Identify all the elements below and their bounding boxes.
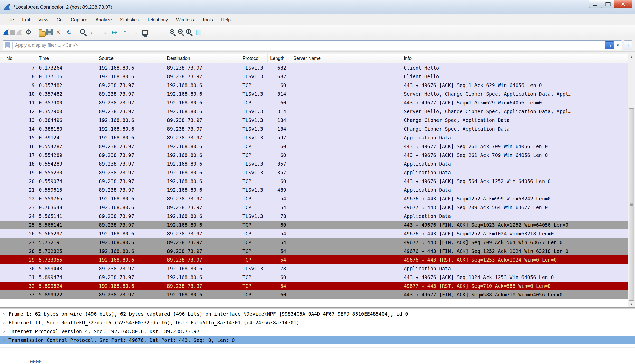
bookmark-icon[interactable] <box>5 42 10 49</box>
packet-row[interactable]: 16 0.554287 89.238.73.97 192.168.80.6 TC… <box>0 142 628 151</box>
add-filter-button[interactable]: + <box>624 40 632 50</box>
packet-row[interactable]: 20 0.559074 89.238.73.97 192.168.80.6 TC… <box>0 177 628 186</box>
detail-row[interactable]: ▷ Ethernet II, Src: RealtekU_32:da:f6 (5… <box>0 318 635 327</box>
menu-wireless[interactable]: Wireless <box>172 14 198 25</box>
menu-telephony[interactable]: Telephony <box>143 14 172 25</box>
toolbar-button[interactable] <box>3 29 10 36</box>
title-bar[interactable]: *Local Area Connection 2 (host 89.238.73… <box>0 0 635 14</box>
scroll-up-button[interactable]: ▲ <box>628 54 635 60</box>
toolbar-button[interactable] <box>164 27 168 37</box>
column-header-no[interactable]: No. <box>0 54 36 63</box>
menu-go[interactable]: Go <box>52 14 67 25</box>
packet-row[interactable]: 8 0.177116 192.168.80.6 89.238.73.97 TLS… <box>0 72 628 81</box>
scroll-down-button[interactable]: ▼ <box>628 301 635 307</box>
toolbar-button[interactable]: ⚙ <box>23 27 33 37</box>
toolbar-button[interactable]: ↑ <box>120 27 130 37</box>
toolbar-button[interactable]: ↓ <box>131 27 141 37</box>
toolbar-button[interactable]: ▤ <box>153 27 164 37</box>
menu-help[interactable]: Help <box>217 14 235 25</box>
packet-no: 30 <box>6 264 36 273</box>
menu-analyze[interactable]: Analyze <box>91 14 116 25</box>
packet-row[interactable]: 24 5.565141 89.238.73.97 192.168.80.6 TL… <box>0 212 628 221</box>
column-header-source[interactable]: Source <box>96 54 164 63</box>
toolbar-button[interactable]: × <box>53 27 63 37</box>
packet-row[interactable]: 33 5.899922 89.238.73.97 192.168.80.6 TC… <box>0 290 628 299</box>
detail-row[interactable]: ▷ Frame 1: 62 bytes on wire (496 bits), … <box>0 310 635 318</box>
display-filter-input[interactable] <box>15 42 605 48</box>
packet-row[interactable]: 23 0.763648 192.168.80.6 89.238.73.97 TC… <box>0 203 628 212</box>
toolbar-button[interactable] <box>34 27 38 37</box>
menu-tools[interactable]: Tools <box>198 14 217 25</box>
packet-row[interactable]: 25 5.565141 89.238.73.97 192.168.80.6 TC… <box>0 221 628 229</box>
column-header-destination[interactable]: Destination <box>164 54 240 63</box>
packet-row[interactable]: 11 0.357900 89.238.73.97 192.168.80.6 TC… <box>0 98 628 107</box>
toolbar-button[interactable] <box>75 27 79 37</box>
menu-edit[interactable]: Edit <box>18 14 34 25</box>
toolbar-button[interactable] <box>142 30 148 35</box>
packet-row[interactable]: 13 0.384496 192.168.80.6 89.238.73.97 TL… <box>0 116 628 124</box>
expander-icon[interactable]: ▷ <box>3 327 8 336</box>
column-header-time[interactable]: Time <box>36 54 96 63</box>
packet-row[interactable]: 12 0.357900 89.238.73.97 192.168.80.6 TL… <box>0 107 628 116</box>
packet-row[interactable]: 7 0.173264 192.168.80.6 89.238.73.97 TLS… <box>0 63 628 72</box>
packet-row[interactable]: 21 0.559615 89.238.73.97 192.168.80.6 TL… <box>0 186 628 194</box>
detail-row[interactable]: ▷ Transmission Control Protocol, Src Por… <box>0 336 635 344</box>
toolbar-button[interactable]: → <box>98 27 109 37</box>
close-button[interactable] <box>614 0 632 8</box>
toolbar-button[interactable]: ▦ <box>193 27 204 37</box>
toolbar-button[interactable] <box>177 28 185 36</box>
filter-dropdown-button[interactable]: ▼ <box>615 41 621 49</box>
packet-row[interactable]: 10 0.357482 89.238.73.97 192.168.80.6 TL… <box>0 90 628 98</box>
packet-row[interactable]: 28 5.732825 192.168.80.6 89.238.73.97 TC… <box>0 247 628 255</box>
packet-row[interactable]: 26 5.565297 192.168.80.6 89.238.73.97 TC… <box>0 229 628 238</box>
packet-protocol: TCP <box>240 203 268 212</box>
toolbar-button[interactable]: ↻ <box>64 27 74 37</box>
packet-length: 60 <box>268 151 291 159</box>
packet-row[interactable]: 15 0.391241 192.168.80.6 89.238.73.97 TL… <box>0 133 628 142</box>
detail-row[interactable]: ▷ Internet Protocol Version 4, Src: 192.… <box>0 327 635 336</box>
menu-statistics[interactable]: Statistics <box>116 14 143 25</box>
packet-row[interactable]: 31 5.899474 89.238.73.97 192.168.80.6 TC… <box>0 273 628 282</box>
packet-details-pane: ▷ Frame 1: 62 bytes on wire (496 bits), … <box>0 309 635 347</box>
menu-capture[interactable]: Capture <box>67 14 91 25</box>
menu-file[interactable]: File <box>2 14 18 25</box>
expander-icon[interactable]: ▷ <box>3 318 8 327</box>
expander-icon[interactable]: ▷ <box>3 310 8 318</box>
packet-row[interactable]: 29 5.733055 192.168.80.6 89.238.73.97 TC… <box>0 255 628 264</box>
toolbar-button[interactable] <box>169 28 176 36</box>
column-header-length[interactable]: Length <box>268 54 291 63</box>
toolbar-button[interactable] <box>79 28 87 36</box>
packet-row[interactable]: 17 0.554289 89.238.73.97 192.168.80.6 TC… <box>0 151 628 159</box>
toolbar-button[interactable] <box>39 31 46 35</box>
packet-row[interactable]: 19 0.555230 89.238.73.97 192.168.80.6 TL… <box>0 168 628 177</box>
toolbar-button[interactable] <box>16 29 23 36</box>
apply-filter-button[interactable]: → <box>605 41 614 49</box>
packet-row[interactable]: 22 0.559765 192.168.80.6 89.238.73.97 TC… <box>0 194 628 203</box>
scrollbar-thumb[interactable] <box>629 108 634 301</box>
packet-row[interactable]: 18 0.554289 89.238.73.97 192.168.80.6 TL… <box>0 159 628 168</box>
packet-length: 489 <box>268 186 291 194</box>
packet-protocol: TCP <box>240 142 268 151</box>
column-header-info[interactable]: Info <box>401 54 628 63</box>
packet-row[interactable]: 14 0.388180 192.168.80.6 89.238.73.97 TL… <box>0 124 628 133</box>
vertical-scrollbar[interactable]: ▲ ▼ <box>628 54 635 307</box>
hex-row[interactable]: 0000 c4 24 56 8a 14 01 52 54 00 32 da f6… <box>6 349 635 358</box>
toolbar-button[interactable] <box>185 28 193 36</box>
hex-row[interactable]: 0010 00 30 0c 58 40 00 80 06 00 00 c0 a8… <box>6 358 635 364</box>
packet-row[interactable]: 9 0.357482 89.238.73.97 192.168.80.6 TCP… <box>0 81 628 90</box>
toolbar-button[interactable] <box>149 27 153 37</box>
column-header-protocol[interactable]: Protocol <box>240 54 268 63</box>
minimize-button[interactable] <box>589 0 602 8</box>
maximize-button[interactable] <box>602 0 614 8</box>
packet-row[interactable]: 32 5.899624 192.168.80.6 89.238.73.97 TC… <box>0 282 628 290</box>
menu-view[interactable]: View <box>34 14 52 25</box>
toolbar-button[interactable] <box>10 30 15 35</box>
packet-row[interactable]: 30 5.899443 89.238.73.97 192.168.80.6 TL… <box>0 264 628 273</box>
expander-icon[interactable]: ▷ <box>3 336 8 344</box>
toolbar-button[interactable]: ← <box>88 27 98 37</box>
column-header-server-name[interactable]: Server Name <box>291 54 401 63</box>
toolbar-button[interactable]: ↦ <box>109 27 119 37</box>
toolbar-button[interactable] <box>46 29 53 35</box>
go-back-icon: ← <box>88 28 97 36</box>
packet-row[interactable]: 27 5.732191 192.168.80.6 89.238.73.97 TC… <box>0 238 628 247</box>
